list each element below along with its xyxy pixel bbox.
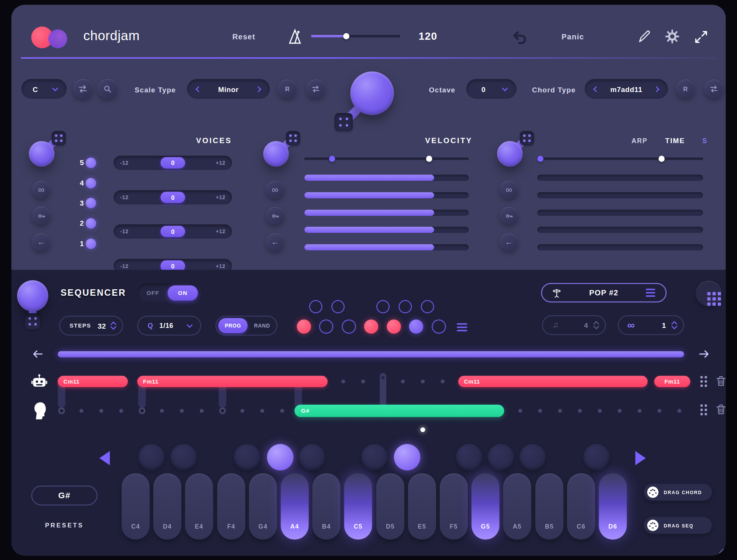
arp-range-handle-b[interactable] (658, 156, 664, 162)
black-key[interactable] (456, 444, 482, 471)
arp-range-slider[interactable] (537, 158, 703, 160)
current-note-button[interactable]: G# (31, 486, 98, 506)
black-key[interactable] (583, 444, 610, 471)
white-key[interactable]: E5 (408, 473, 436, 540)
black-key[interactable] (234, 444, 261, 471)
scale-random-button[interactable]: R (278, 80, 297, 98)
velocity-bar[interactable] (304, 192, 469, 198)
key-search-button[interactable] (98, 79, 118, 99)
transpose-value[interactable]: 0 (161, 157, 185, 168)
voices-latch-button[interactable]: ∞ (32, 181, 50, 199)
arp-dice-icon[interactable] (520, 131, 534, 145)
black-key[interactable] (519, 444, 546, 471)
voice-toggle[interactable] (86, 158, 96, 168)
white-key[interactable]: D4 (153, 473, 181, 540)
black-key[interactable] (488, 444, 514, 471)
quantize-control[interactable]: Q 1/16 (137, 316, 201, 336)
chord-type-select[interactable]: m7add11 (585, 79, 668, 99)
voice-transpose-slider[interactable]: -12 0 +12 (114, 190, 232, 205)
steps-control[interactable]: STEPS 32 (59, 316, 123, 336)
voices-dice-icon[interactable] (52, 131, 66, 145)
velocity-latch-button[interactable]: ∞ (266, 181, 284, 199)
white-key[interactable]: D6 (599, 473, 627, 540)
toggle-off-label[interactable]: OFF (137, 284, 169, 303)
tab-s[interactable]: S (698, 137, 712, 144)
white-key[interactable]: C5 (344, 473, 372, 540)
white-key[interactable]: A4 (281, 473, 309, 540)
seq-step[interactable] (364, 320, 378, 334)
panic-button[interactable]: Panic (554, 33, 592, 41)
chevron-right-icon[interactable] (653, 86, 659, 92)
seq-step[interactable] (319, 320, 334, 334)
drag-seq-button[interactable]: DRAG SEQ (644, 517, 712, 534)
white-key[interactable]: B5 (536, 473, 564, 540)
voice-transpose-slider[interactable]: -12 0 +12 (114, 225, 232, 239)
seq-step[interactable] (376, 300, 390, 314)
bpm-slider-handle[interactable] (343, 33, 349, 39)
arp-knob[interactable] (497, 141, 523, 167)
toggle-on-pill[interactable]: ON (168, 285, 198, 301)
arp-lock-button[interactable] (500, 207, 518, 225)
seq-step[interactable] (387, 320, 401, 334)
key-swap-button[interactable] (73, 79, 93, 99)
note-clip[interactable]: G# (295, 405, 504, 417)
note-track-drag-handle[interactable] (699, 403, 708, 416)
tab-time[interactable]: TIME (659, 136, 691, 144)
white-key[interactable]: G4 (249, 473, 277, 540)
chord-step-dots[interactable] (341, 380, 447, 384)
ratchet-control[interactable]: ♫ 4 (542, 315, 606, 335)
settings-gear-icon[interactable] (665, 29, 680, 44)
chord-clip[interactable]: Fm11 (654, 376, 690, 387)
black-key[interactable] (299, 444, 325, 471)
voices-lock-button[interactable] (32, 207, 50, 225)
metronome-icon[interactable] (286, 28, 304, 46)
velocity-knob[interactable] (263, 141, 289, 167)
black-key[interactable] (138, 444, 165, 471)
octave-right-arrow[interactable] (636, 451, 646, 465)
black-key[interactable] (170, 444, 197, 471)
note-anchor[interactable] (139, 407, 145, 414)
note-anchor[interactable] (219, 407, 226, 414)
chord-random-button[interactable]: R (676, 80, 695, 98)
white-key[interactable]: C6 (567, 473, 595, 540)
white-key[interactable]: F4 (217, 473, 245, 540)
reset-button[interactable]: Reset (225, 33, 263, 41)
arp-reset-button[interactable]: ← (500, 233, 518, 251)
resize-arrows-icon[interactable] (694, 30, 709, 44)
arp-bar[interactable] (537, 210, 703, 216)
arp-bar[interactable] (537, 244, 703, 250)
velocity-range-slider[interactable] (304, 158, 469, 160)
voice-toggle[interactable] (86, 178, 96, 189)
bpm-slider[interactable] (311, 35, 400, 37)
presets-label[interactable]: PRESETS (31, 522, 98, 529)
white-key[interactable]: A5 (503, 473, 531, 540)
sequencer-dice-icon[interactable] (25, 314, 41, 330)
seq-step[interactable] (342, 320, 356, 334)
seq-preset-select[interactable]: POP #2 (541, 283, 667, 303)
velocity-lock-button[interactable] (266, 207, 284, 225)
prog-rand-toggle[interactable]: PROG RAND (215, 316, 278, 336)
seq-step[interactable] (409, 320, 423, 334)
white-key[interactable]: D5 (376, 473, 404, 540)
chord-clip[interactable]: Fm11 (137, 376, 328, 387)
drag-chord-button[interactable]: DRAG CHORD (644, 484, 712, 501)
chevron-right-icon[interactable] (255, 86, 261, 92)
seq-step[interactable] (309, 300, 322, 314)
chord-clip[interactable]: Cm11 (458, 376, 648, 387)
velocity-bar[interactable] (304, 227, 469, 233)
voice-toggle[interactable] (86, 198, 96, 209)
scale-swap-button[interactable] (306, 80, 325, 98)
stepper-icon[interactable] (110, 321, 117, 330)
sequencer-onoff-toggle[interactable]: OFF ON (137, 284, 200, 303)
octave-left-arrow[interactable] (100, 451, 110, 465)
voices-knob[interactable] (29, 141, 55, 167)
chord-track-drag-handle[interactable] (699, 375, 708, 388)
arp-bar[interactable] (537, 192, 703, 198)
velocity-reset-button[interactable]: ← (266, 233, 284, 251)
sequencer-knob[interactable] (17, 280, 48, 312)
stepper-icon[interactable] (593, 321, 600, 330)
resize-grip[interactable] (717, 546, 725, 554)
tab-arp[interactable]: ARP (625, 137, 654, 144)
velocity-bar[interactable] (304, 210, 469, 216)
chord-track-trash-icon[interactable] (715, 375, 726, 387)
